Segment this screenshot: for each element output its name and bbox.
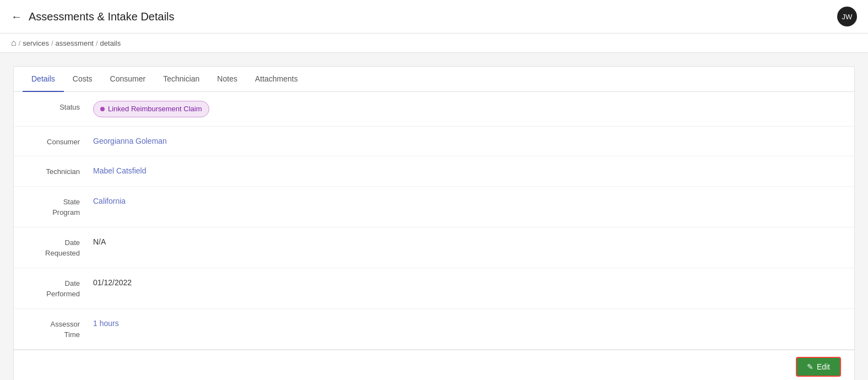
consumer-label: Consumer xyxy=(27,135,93,148)
page-title: Assessments & Intake Details xyxy=(29,10,175,23)
tab-consumer[interactable]: Consumer xyxy=(101,67,155,92)
edit-label: Edit xyxy=(817,362,830,371)
edit-button[interactable]: ✎ Edit xyxy=(796,357,841,377)
date-requested-label-line2: Requested xyxy=(45,249,80,257)
date-performed-label-line2: Performed xyxy=(46,290,80,298)
details-card: Details Costs Consumer Technician Notes … xyxy=(13,66,855,380)
state-program-row: State Program California xyxy=(14,187,854,227)
date-performed-row: Date Performed 01/12/2022 xyxy=(14,268,854,309)
assessor-time-label-line1: Assessor xyxy=(51,320,80,328)
breadcrumb-assessment[interactable]: assessment xyxy=(56,39,94,47)
assessor-time-value: 1 hours xyxy=(93,318,841,329)
header-left: ← Assessments & Intake Details xyxy=(11,10,175,23)
tab-details[interactable]: Details xyxy=(23,67,64,92)
card-footer: ✎ Edit xyxy=(14,350,854,381)
back-button[interactable]: ← xyxy=(11,11,22,22)
status-badge-text: Linked Reimbursement Claim xyxy=(108,104,202,115)
assessor-time-label: Assessor Time xyxy=(27,318,93,340)
date-performed-label: Date Performed xyxy=(27,277,93,300)
status-badge: Linked Reimbursement Claim xyxy=(93,101,209,117)
tab-costs[interactable]: Costs xyxy=(64,67,101,92)
date-performed-label-line1: Date xyxy=(65,279,80,287)
status-label: Status xyxy=(27,101,93,113)
main-content: Details Costs Consumer Technician Notes … xyxy=(0,53,868,380)
breadcrumb-sep-1: / xyxy=(19,39,21,47)
tab-attachments[interactable]: Attachments xyxy=(246,67,307,92)
breadcrumb: ⌂ / services / assessment / details xyxy=(0,34,868,53)
date-performed-value: 01/12/2022 xyxy=(93,277,841,289)
consumer-row: Consumer Georgianna Goleman xyxy=(14,127,854,157)
breadcrumb-services[interactable]: services xyxy=(23,39,49,47)
technician-value[interactable]: Mabel Catsfield xyxy=(93,165,841,177)
status-value: Linked Reimbursement Claim xyxy=(93,101,841,117)
edit-icon: ✎ xyxy=(807,362,813,371)
status-row: Status Linked Reimbursement Claim xyxy=(14,92,854,127)
date-requested-label-line1: Date xyxy=(65,238,80,247)
state-program-label-line2: Program xyxy=(52,208,80,216)
breadcrumb-current: details xyxy=(100,39,121,47)
home-icon[interactable]: ⌂ xyxy=(11,38,17,48)
technician-label: Technician xyxy=(27,165,93,177)
avatar: JW xyxy=(837,7,857,26)
status-dot xyxy=(100,107,105,111)
tab-notes[interactable]: Notes xyxy=(208,67,246,92)
top-header: ← Assessments & Intake Details JW xyxy=(0,0,868,34)
consumer-value[interactable]: Georgianna Goleman xyxy=(93,135,841,147)
state-program-label-line1: State xyxy=(63,198,80,206)
date-requested-row: Date Requested N/A xyxy=(14,227,854,268)
date-requested-value: N/A xyxy=(93,236,841,248)
assessor-time-label-line2: Time xyxy=(64,330,80,339)
state-program-value[interactable]: California xyxy=(93,196,841,207)
date-requested-label: Date Requested xyxy=(27,236,93,259)
state-program-label: State Program xyxy=(27,196,93,218)
assessor-time-row: Assessor Time 1 hours xyxy=(14,309,854,350)
breadcrumb-sep-2: / xyxy=(51,39,53,47)
tab-technician[interactable]: Technician xyxy=(154,67,208,92)
technician-row: Technician Mabel Catsfield xyxy=(14,156,854,187)
tabs-bar: Details Costs Consumer Technician Notes … xyxy=(14,67,854,92)
breadcrumb-sep-3: / xyxy=(96,39,98,47)
